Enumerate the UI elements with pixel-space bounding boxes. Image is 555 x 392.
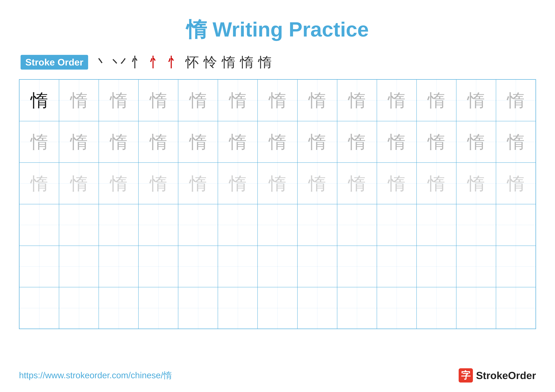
grid-cell[interactable] (258, 204, 297, 246)
grid-cell[interactable] (19, 246, 59, 287)
grid-cell[interactable] (178, 287, 218, 329)
grid-cell[interactable] (99, 287, 139, 329)
grid-cell[interactable] (218, 246, 258, 287)
grid-cell[interactable] (218, 287, 258, 329)
grid-cell[interactable]: 惰 (337, 121, 377, 163)
cell-character: 惰 (428, 133, 445, 150)
grid-cell[interactable] (297, 246, 337, 287)
logo-text: StrokeOrder (476, 370, 536, 381)
grid-cell[interactable] (456, 287, 496, 329)
grid-cell[interactable]: 惰 (178, 121, 218, 163)
grid-cell[interactable]: 惰 (59, 163, 99, 204)
grid-cell[interactable]: 惰 (416, 79, 456, 121)
grid-cell[interactable]: 惰 (19, 121, 59, 163)
grid-cell[interactable]: 惰 (297, 79, 337, 121)
cell-character: 惰 (428, 92, 445, 109)
grid-cell[interactable] (139, 246, 178, 287)
grid-cell[interactable]: 惰 (99, 121, 139, 163)
grid-cell[interactable] (19, 204, 59, 246)
grid-cell[interactable]: 惰 (496, 79, 536, 121)
grid-cell[interactable]: 惰 (377, 163, 416, 204)
grid-cell[interactable]: 惰 (59, 79, 99, 121)
grid-cell[interactable] (456, 204, 496, 246)
grid-cell[interactable] (258, 246, 297, 287)
grid-cell[interactable]: 惰 (19, 163, 59, 204)
grid-cell[interactable] (297, 287, 337, 329)
cell-character: 惰 (150, 175, 167, 192)
cell-character: 惰 (189, 92, 207, 109)
cell-character: 惰 (70, 175, 88, 192)
grid-cell[interactable] (178, 246, 218, 287)
grid-cell[interactable] (416, 246, 456, 287)
stroke-order-row: Stroke Order 丶 丷 忄 忄 忄 怀 怜 惰 惰 惰 (19, 53, 536, 71)
grid-cell[interactable] (377, 246, 416, 287)
grid-cell[interactable] (337, 246, 377, 287)
stroke-8: 惰 (222, 53, 235, 71)
grid-cell[interactable]: 惰 (218, 121, 258, 163)
grid-cell[interactable]: 惰 (139, 121, 178, 163)
grid-cell[interactable]: 惰 (496, 121, 536, 163)
grid-cell[interactable]: 惰 (337, 79, 377, 121)
grid-cell[interactable]: 惰 (416, 121, 456, 163)
grid-cell[interactable]: 惰 (59, 121, 99, 163)
grid-cell[interactable]: 惰 (456, 163, 496, 204)
grid-cell[interactable]: 惰 (218, 79, 258, 121)
cell-character: 惰 (150, 133, 167, 150)
grid-cell[interactable] (416, 204, 456, 246)
grid-cell[interactable] (139, 204, 178, 246)
grid-cell[interactable] (496, 246, 536, 287)
grid-cell[interactable] (99, 204, 139, 246)
cell-character: 惰 (348, 92, 366, 109)
grid-cell[interactable]: 惰 (456, 79, 496, 121)
grid-cell[interactable]: 惰 (377, 79, 416, 121)
grid-cell[interactable]: 惰 (178, 79, 218, 121)
grid-cell[interactable]: 惰 (297, 163, 337, 204)
cell-character: 惰 (269, 133, 286, 150)
grid-cell[interactable]: 惰 (496, 163, 536, 204)
grid-cell[interactable]: 惰 (337, 163, 377, 204)
grid-cell[interactable] (59, 287, 99, 329)
grid-cell[interactable] (99, 246, 139, 287)
grid-cell[interactable] (19, 287, 59, 329)
grid-cell[interactable]: 惰 (416, 163, 456, 204)
footer-url[interactable]: https://www.strokeorder.com/chinese/惰 (19, 370, 172, 381)
grid-cell[interactable]: 惰 (178, 163, 218, 204)
grid-cell[interactable] (377, 287, 416, 329)
grid-cell[interactable]: 惰 (258, 79, 297, 121)
grid-cell[interactable] (139, 287, 178, 329)
grid-cell[interactable] (59, 204, 99, 246)
cell-character: 惰 (30, 92, 48, 109)
cell-character: 惰 (308, 133, 326, 150)
grid-cell[interactable]: 惰 (139, 163, 178, 204)
cell-character: 惰 (189, 133, 207, 150)
grid-cell[interactable] (416, 287, 456, 329)
grid-cell[interactable]: 惰 (258, 121, 297, 163)
grid-cell[interactable]: 惰 (297, 121, 337, 163)
stroke-7: 怜 (204, 53, 217, 71)
cell-character: 惰 (269, 175, 286, 192)
grid-cell[interactable]: 惰 (377, 121, 416, 163)
grid-cell[interactable]: 惰 (139, 79, 178, 121)
grid-cell[interactable] (377, 204, 416, 246)
grid-cell[interactable] (178, 204, 218, 246)
grid-cell[interactable] (456, 246, 496, 287)
grid-cell[interactable] (59, 246, 99, 287)
cell-character: 惰 (428, 175, 445, 192)
grid-cell[interactable] (337, 287, 377, 329)
grid-cell[interactable]: 惰 (258, 163, 297, 204)
grid-cell[interactable]: 惰 (456, 121, 496, 163)
grid-cell[interactable] (337, 204, 377, 246)
grid-cell[interactable]: 惰 (19, 79, 59, 121)
cell-character: 惰 (229, 92, 247, 109)
grid-cell[interactable]: 惰 (99, 163, 139, 204)
grid-cell[interactable]: 惰 (218, 163, 258, 204)
cell-character: 惰 (229, 133, 247, 150)
grid-cell[interactable] (218, 204, 258, 246)
grid-cell[interactable] (297, 204, 337, 246)
grid-cell[interactable] (496, 204, 536, 246)
grid-cell[interactable] (496, 287, 536, 329)
grid-cell[interactable] (258, 287, 297, 329)
cell-character: 惰 (388, 92, 405, 109)
grid-cell[interactable]: 惰 (99, 79, 139, 121)
cell-character: 惰 (70, 92, 88, 109)
